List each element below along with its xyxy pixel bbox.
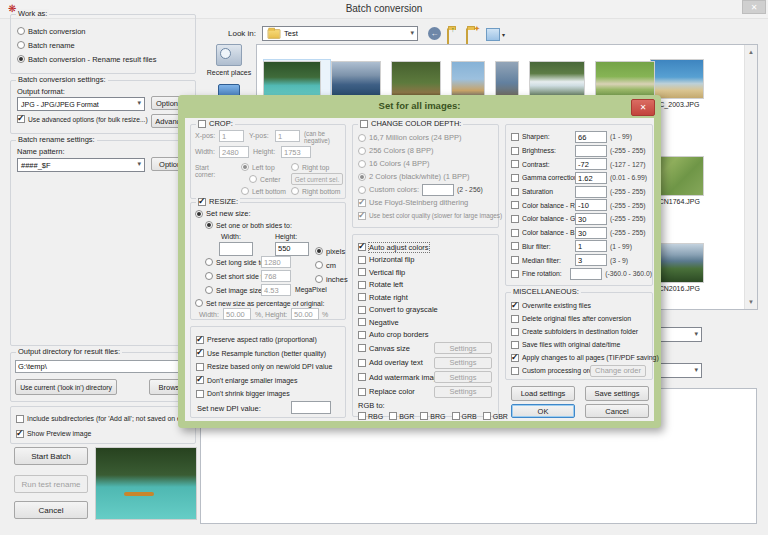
radio-option[interactable]: inches xyxy=(315,272,348,286)
checkbox-icon[interactable] xyxy=(452,412,460,420)
adjustment-input[interactable] xyxy=(575,186,607,198)
corner-left-top[interactable]: Left top xyxy=(241,163,275,171)
checkbox-icon[interactable] xyxy=(511,354,519,362)
custom-colors-input[interactable] xyxy=(422,184,454,196)
checkbox-icon[interactable] xyxy=(358,306,366,314)
places-recent[interactable]: Recent places xyxy=(204,44,254,76)
misc-option[interactable]: Save files with original date/time xyxy=(506,338,652,351)
load-settings-button[interactable]: Load settings xyxy=(511,386,575,401)
start-batch-button[interactable]: Start Batch xyxy=(14,447,88,465)
dialog-close-button[interactable]: ✕ xyxy=(631,99,655,116)
set-new-size-radio[interactable]: Set new size: xyxy=(195,209,251,218)
checkbox-icon[interactable] xyxy=(358,256,366,264)
cancel-button[interactable]: Cancel xyxy=(14,501,88,519)
chevron-down-icon[interactable]: ▾ xyxy=(137,160,141,168)
checkbox-icon[interactable] xyxy=(196,376,204,384)
transform-option[interactable]: Rotate left xyxy=(353,279,498,292)
adjustment-checkbox[interactable] xyxy=(511,256,519,264)
radio-icon[interactable] xyxy=(205,221,213,229)
radio-icon[interactable] xyxy=(358,186,366,194)
resize-height-input[interactable]: 550 xyxy=(275,242,309,256)
adjustment-checkbox[interactable] xyxy=(511,229,519,237)
color-depth-option[interactable]: 256 Colors (8 BPP) xyxy=(353,144,498,157)
output-dir-input[interactable]: G:\temp\ xyxy=(15,360,193,373)
custom-processing-row[interactable]: Custom processing order Change order xyxy=(506,364,652,377)
checkbox-icon[interactable] xyxy=(358,331,366,339)
checkbox-icon[interactable] xyxy=(511,302,519,310)
settings-button[interactable]: Settings xyxy=(434,342,492,354)
settings-button[interactable]: Settings xyxy=(434,371,492,383)
custom-colors-row[interactable]: Custom colors: (2 - 256) xyxy=(353,183,498,196)
radio-icon[interactable] xyxy=(241,163,249,171)
checkbox-icon[interactable] xyxy=(16,415,24,423)
checkbox-icon[interactable] xyxy=(389,412,397,420)
checkbox-icon[interactable] xyxy=(358,281,366,289)
rgb-option[interactable]: RBG xyxy=(358,412,383,420)
radio-icon[interactable] xyxy=(195,210,203,218)
color-depth-option[interactable]: 2 Colors (black/white) (1 BPP) xyxy=(353,170,498,183)
transform-option[interactable]: Negative xyxy=(353,316,498,329)
corner-right-bottom[interactable]: Right bottom xyxy=(291,187,341,195)
advanced-options-checkbox[interactable]: Use advanced options (for bulk resize...… xyxy=(17,115,148,123)
radio-icon[interactable] xyxy=(358,160,366,168)
radio-icon[interactable] xyxy=(358,147,366,155)
checkbox-icon[interactable] xyxy=(358,243,366,251)
checkbox-option[interactable]: Include subdirectories (for 'Add all'; n… xyxy=(16,411,195,426)
misc-option[interactable]: Delete original files after conversion xyxy=(506,312,652,325)
rgb-option[interactable]: BGR xyxy=(389,412,414,420)
checkbox-icon[interactable] xyxy=(358,359,366,367)
transform-option[interactable]: Horizontal flip xyxy=(353,254,498,267)
checkbox-icon[interactable] xyxy=(196,336,204,344)
radio-option[interactable]: cm xyxy=(315,258,348,272)
adjustment-input[interactable]: -10 xyxy=(575,199,607,211)
ok-button[interactable]: OK xyxy=(511,404,575,418)
transform-option[interactable]: Convert to grayscale xyxy=(353,304,498,317)
adjustment-checkbox[interactable] xyxy=(511,174,519,182)
one-or-both-radio[interactable]: Set one or both sides to: xyxy=(205,221,292,229)
output-format-combobox[interactable]: JPG - JPG/JPEG Format ▾ xyxy=(17,97,145,111)
checkbox-icon[interactable] xyxy=(16,430,24,438)
resize-option[interactable]: Resize based only on new/old DPI value xyxy=(191,360,345,374)
checkbox-icon[interactable] xyxy=(17,115,25,123)
chevron-down-icon[interactable]: ▾ xyxy=(694,366,698,374)
transform-settings-row[interactable]: Replace color Settings xyxy=(353,385,498,400)
adjustment-input[interactable]: 1 xyxy=(575,240,607,252)
checkbox-icon[interactable] xyxy=(358,293,366,301)
adjustment-checkbox[interactable] xyxy=(511,188,519,196)
radio-icon[interactable] xyxy=(358,173,366,181)
color-depth-checkbox[interactable] xyxy=(360,120,368,128)
resize-option[interactable]: Don't enlarge smaller images xyxy=(191,374,345,388)
resize-width-input[interactable] xyxy=(219,242,253,256)
transform-settings-row[interactable]: Canvas size Settings xyxy=(353,341,498,356)
scrollbar-vertical[interactable]: ▲ ▼ xyxy=(744,45,757,309)
radio-icon[interactable] xyxy=(241,187,249,195)
transform-option[interactable]: Auto crop borders xyxy=(353,329,498,342)
view-menu-button[interactable]: ▾ xyxy=(486,28,505,41)
scroll-up-icon[interactable]: ▲ xyxy=(745,46,757,58)
radio-icon[interactable] xyxy=(205,258,213,266)
checkbox-icon[interactable] xyxy=(511,315,519,323)
misc-option[interactable]: Overwrite existing files xyxy=(506,299,652,312)
checkbox-icon[interactable] xyxy=(511,328,519,336)
radio-icon[interactable] xyxy=(195,299,203,307)
radio-option[interactable]: Batch conversion - Rename result files xyxy=(17,52,195,66)
checkbox-icon[interactable] xyxy=(420,412,428,420)
thumbnail-image[interactable] xyxy=(650,59,704,99)
adjustment-checkbox[interactable] xyxy=(511,133,519,141)
radio-icon[interactable] xyxy=(205,286,213,294)
radio-icon[interactable] xyxy=(358,134,366,142)
corner-right-top[interactable]: Right top xyxy=(291,163,329,171)
adjustment-checkbox[interactable] xyxy=(511,270,519,278)
checkbox-icon[interactable] xyxy=(196,363,204,371)
rgb-option[interactable]: GRB xyxy=(452,412,477,420)
adjustment-input[interactable]: 3 xyxy=(575,254,607,266)
misc-option[interactable]: Create subfolders in destination folder xyxy=(506,325,652,338)
color-depth-option[interactable]: 16 Colors (4 BPP) xyxy=(353,157,498,170)
checkbox-icon[interactable] xyxy=(511,367,519,375)
checkbox-icon[interactable] xyxy=(358,344,366,352)
misc-option[interactable]: Apply changes to all pages (TIF/PDF savi… xyxy=(506,351,652,364)
back-button[interactable]: ← xyxy=(428,27,441,40)
radio-icon[interactable] xyxy=(17,41,25,49)
radio-icon[interactable] xyxy=(315,247,323,255)
adjustment-input[interactable]: 1.62 xyxy=(575,172,607,184)
